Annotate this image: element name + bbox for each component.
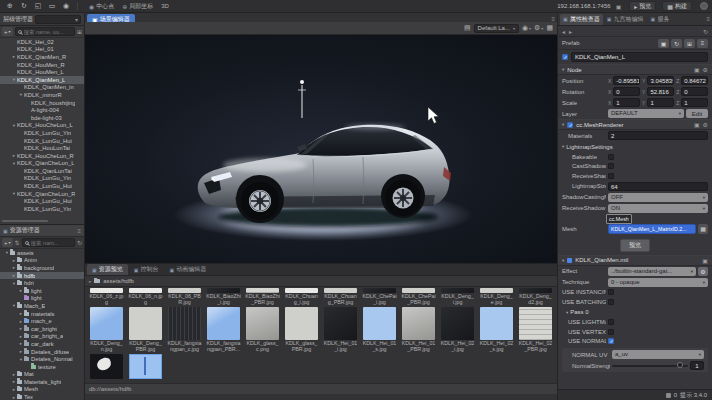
prefab-unlink-button[interactable]: ⊞ (684, 39, 695, 48)
value-z-input[interactable]: 1 (681, 98, 708, 107)
hierarchy-node-row[interactable]: KDLK_HouMen_L (0, 68, 84, 76)
hierarchy-node-row[interactable]: ▸ KDLK_HouCheLun_R (0, 152, 84, 160)
asset-thumbnail[interactable]: KDLK_06_z.jpg (87, 287, 126, 306)
pass-header[interactable]: ▾ Pass 0 (558, 307, 712, 318)
panel-menu-icon[interactable]: ≡ (77, 228, 81, 234)
value-z-input[interactable]: 0 (681, 87, 708, 96)
sort-icon[interactable]: ⇅ (15, 239, 20, 246)
asset-thumbnail[interactable]: KDLK_Deng_n.jpg (87, 306, 126, 353)
asset-tree-row[interactable]: ▸ car_bright_a (0, 333, 84, 341)
component-enabled-checkbox[interactable] (567, 122, 573, 128)
prefab-reset-button[interactable]: ↻ (671, 39, 682, 48)
copy-icon[interactable]: ▣ (702, 257, 708, 264)
normal-uv-dropdown[interactable]: a_uv▾ (612, 350, 704, 359)
value-y-input[interactable]: 52.816 (647, 87, 674, 96)
expand-all-icon[interactable]: ⊞ (77, 28, 82, 35)
asset-thumbnail[interactable]: KDLK_Chuang_i.jpg (282, 287, 321, 306)
asset-thumbnail[interactable]: KDLK_06_n.jpg (126, 287, 165, 306)
gear-icon[interactable]: ⚙ (703, 121, 708, 128)
asset-thumbnail[interactable]: KDLK_Hei_01_i.jpg (321, 306, 360, 353)
hierarchy-search[interactable] (15, 27, 75, 36)
asset-thumbnail[interactable]: KDLK_Deng_d2.jpg (516, 287, 555, 306)
asset-thumbnail[interactable]: KDLK_glass_PBR.jpg (282, 306, 321, 353)
asset-tree-row[interactable]: ▸ mach_e (0, 317, 84, 325)
panel-menu-icon[interactable]: ≡ (706, 16, 710, 22)
copy-icon[interactable]: ▣ (694, 66, 700, 73)
pass-define-checkbox[interactable] (608, 329, 614, 335)
layer-dropdown[interactable]: DEFAULT▾ (608, 109, 684, 118)
lightmap-size-input[interactable]: 64 (608, 182, 708, 191)
prefab-locate-button[interactable]: ▣ (658, 39, 669, 48)
copy-icon[interactable]: ▣ (694, 121, 700, 128)
create-asset-button[interactable]: +▾ (2, 238, 13, 247)
gizmo-settings-dropdown[interactable]: ⚙▾ (534, 24, 543, 32)
hierarchy-node-row[interactable]: ▸ KDLK_QianMen_R (0, 53, 84, 61)
prefab-menu-button[interactable]: ≡ (697, 39, 708, 48)
hierarchy-node-row[interactable]: KDLK_Hei_02 (0, 38, 84, 46)
bottom-tab[interactable]: ▣动画编辑器 (164, 264, 211, 275)
refresh-icon[interactable]: ↻ (703, 28, 708, 35)
hierarchy-node-row[interactable]: KDLK_houshijing (0, 99, 84, 107)
define-checkbox[interactable] (608, 289, 614, 295)
flag-checkbox[interactable] (608, 154, 614, 160)
nav-forward-icon[interactable]: ▸ (569, 28, 572, 35)
shadow-option-dropdown[interactable]: OFF▾ (608, 193, 708, 202)
asset-tree-row[interactable]: light (0, 295, 84, 303)
hierarchy-node-row[interactable]: KDLK_LunGu_Yin (0, 129, 84, 137)
asset-thumbnail[interactable] (126, 353, 165, 379)
value-y-input[interactable]: 3.045839 (647, 76, 674, 85)
value-z-input[interactable]: 0.84672 (681, 76, 708, 85)
normal-strength-input[interactable]: 1 (690, 361, 704, 370)
asset-thumbnail[interactable] (87, 353, 126, 379)
asset-tree-row[interactable]: ▸ hdfb (0, 272, 84, 280)
user-avatar[interactable] (700, 2, 708, 10)
asset-tree-row[interactable]: ▸ Materials_light (0, 378, 84, 386)
camera-settings-dropdown[interactable]: ◉▾ (522, 24, 531, 32)
asset-tree-row[interactable]: ▾ Detales_Normal (0, 355, 84, 363)
technique-dropdown[interactable]: 0 - opaque▾ (608, 278, 708, 287)
materials-count-input[interactable]: 2 (608, 131, 708, 140)
pass-define-checkbox[interactable] (608, 319, 614, 325)
effect-dropdown[interactable]: ../builtin-standard-gat...▾ (608, 267, 696, 276)
normal-strength-slider[interactable] (612, 365, 688, 367)
asset-thumbnail[interactable]: KDLK_BiaoZhi_PBR.jpg (243, 287, 282, 306)
asset-tree-row[interactable]: ▸ background (0, 264, 84, 272)
shadow-option-dropdown[interactable]: ON▾ (608, 204, 708, 213)
transform-tool-button[interactable]: ◉ (60, 1, 72, 11)
hierarchy-node-row[interactable]: KDLK_QianMen_in (0, 84, 84, 92)
tab-assets[interactable]: 资源管理器 (10, 226, 40, 235)
flag-checkbox[interactable] (608, 163, 614, 169)
horizontal-scrollbar[interactable] (2, 220, 48, 222)
asset-tree-row[interactable]: ▾ assets (0, 249, 84, 257)
asset-tree-row[interactable]: ▸ Mat (0, 371, 84, 379)
asset-thumbnail[interactable]: KDLK_ChePai_PBR.jpg (399, 287, 438, 306)
asset-thumbnail[interactable]: KDLK_BiaoZhi_i.jpg (204, 287, 243, 306)
hierarchy-node-row[interactable]: ▾ KDLK_HouCheLun_L (0, 122, 84, 130)
assets-search[interactable] (22, 238, 75, 247)
asset-tree-row[interactable]: ▸ light (0, 287, 84, 295)
copy-icon[interactable]: ▣ (616, 3, 622, 10)
hierarchy-node-row[interactable]: KDLK_QianLunTai (0, 167, 84, 175)
transform-tool-button[interactable]: ◱ (32, 1, 44, 11)
asset-thumbnail[interactable]: KDLK_Hei_01_s.jpg (360, 306, 399, 353)
node-active-checkbox[interactable] (562, 54, 568, 60)
asset-thumbnail[interactable]: KDLK_fangxiangpan_c.jpg (165, 306, 204, 353)
asset-thumbnail[interactable]: KDLK_fangxiangpan_PBR... (204, 306, 243, 353)
gear-icon[interactable]: ⚙ (703, 66, 708, 73)
asset-tree-row[interactable]: texture (0, 363, 84, 371)
lightmap-settings-header[interactable]: ▾ LightmapSettings (558, 141, 712, 152)
build-button[interactable]: ▦构建 (662, 1, 692, 11)
asset-tree-row[interactable]: ▾ Mach_E (0, 302, 84, 310)
hierarchy-filter-dropdown[interactable]: ▾ (35, 15, 81, 24)
coordinate-toggle[interactable]: ⊕局部坐标 (122, 2, 153, 11)
asset-tree-row[interactable]: ▸ Mesh (0, 386, 84, 394)
hierarchy-node-row[interactable]: ▾ KDLK_mirrorR (0, 91, 84, 99)
value-x-input[interactable]: -0.89581 (613, 76, 640, 85)
hierarchy-node-row[interactable]: KDLK_LunGu_Hui (0, 197, 84, 205)
asset-thumbnail[interactable]: KDLK_Chuang_PBR.jpg (321, 287, 360, 306)
asset-thumbnail[interactable]: KDLK_Hei_02_i.jpg (438, 306, 477, 353)
value-y-input[interactable]: 1 (647, 98, 674, 107)
layout-icon[interactable]: ▤ (464, 24, 471, 32)
node-section-header[interactable]: ▾ Node ▣⚙ (558, 64, 712, 75)
asset-thumbnail[interactable]: KDLK_Hei_01_PBR.jpg (399, 306, 438, 353)
